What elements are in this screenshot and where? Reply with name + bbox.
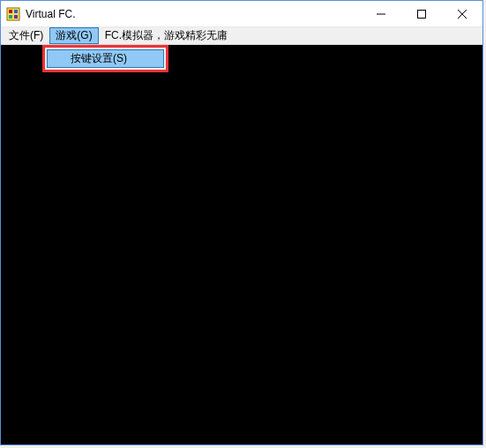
game-dropdown: 按键设置(S) bbox=[42, 45, 168, 72]
svg-rect-4 bbox=[14, 15, 18, 19]
svg-rect-3 bbox=[9, 15, 12, 19]
titlebar: Virtual FC. bbox=[1, 1, 482, 27]
svg-rect-6 bbox=[418, 10, 426, 18]
app-window: Virtual FC. 文件(F) 游戏(G) FC.模拟器，游戏精彩无庸 按键… bbox=[0, 0, 483, 445]
app-icon bbox=[6, 7, 20, 21]
menu-key-settings[interactable]: 按键设置(S) bbox=[47, 49, 164, 68]
svg-rect-2 bbox=[14, 10, 18, 13]
window-title: Virtual FC. bbox=[26, 8, 75, 20]
menu-file[interactable]: 文件(F) bbox=[3, 27, 49, 44]
titlebar-left: Virtual FC. bbox=[6, 7, 75, 21]
svg-rect-1 bbox=[9, 10, 12, 13]
menubar: 文件(F) 游戏(G) FC.模拟器，游戏精彩无庸 bbox=[1, 27, 482, 45]
content-area: 按键设置(S) bbox=[1, 45, 482, 444]
minimize-button[interactable] bbox=[361, 1, 401, 26]
maximize-button[interactable] bbox=[401, 1, 442, 26]
close-button[interactable] bbox=[442, 1, 482, 26]
menu-emulator-info[interactable]: FC.模拟器，游戏精彩无庸 bbox=[99, 27, 234, 44]
dropdown-inner: 按键设置(S) bbox=[45, 48, 166, 70]
menu-game[interactable]: 游戏(G) bbox=[49, 27, 98, 44]
window-controls bbox=[361, 1, 482, 26]
